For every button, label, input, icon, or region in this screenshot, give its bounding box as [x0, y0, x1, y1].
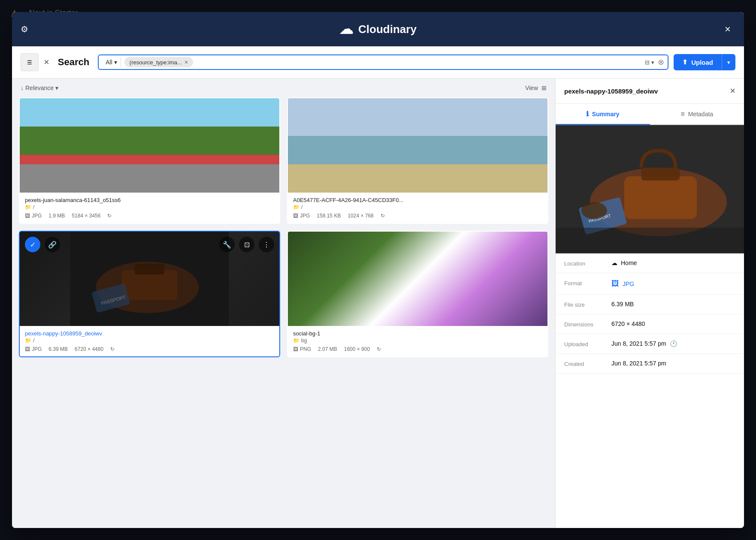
detail-close-button[interactable]: ×	[730, 85, 735, 97]
image-grid-panel[interactable]: ↓ Relevance ▾ View ⊞ pexels-juan-s	[12, 78, 555, 528]
card-left-actions: ✓ 🔗	[25, 237, 60, 252]
all-dropdown[interactable]: All ▾	[102, 57, 121, 67]
detail-preview-svg: PASSPORT	[556, 125, 744, 253]
wrench-icon: 🔧	[223, 241, 231, 249]
dimensions-value: 6720 × 4480	[611, 320, 735, 327]
sort-relevance-label: Relevance	[25, 84, 54, 91]
upload-dropdown-button[interactable]: ▾	[722, 54, 735, 70]
refresh-icon: ↻	[377, 346, 381, 352]
link-icon: 🔗	[48, 241, 57, 249]
view-toggle[interactable]: View ⊞	[525, 84, 547, 91]
image-icon: 🖼	[293, 213, 298, 219]
card-right-actions: 🔧 ⊡ ⋮	[219, 237, 274, 252]
uploaded-value: Jun 8, 2021 5:57 pm 🕐	[611, 340, 735, 347]
sort-button[interactable]: ↓ Relevance ▾	[21, 84, 58, 91]
dimensions: 6720 × 4480	[75, 346, 103, 352]
type-label: JPG	[32, 213, 42, 219]
location-text: Home	[621, 259, 637, 266]
detail-location-row: Location ☁ Home	[556, 253, 744, 273]
tab-metadata[interactable]: ≡ Metadata	[650, 104, 744, 125]
sort-dropdown-icon: ▾	[55, 84, 58, 91]
tag-close-button[interactable]: ×	[184, 59, 188, 66]
filter-arrow-icon: ▾	[651, 59, 654, 66]
search-tag-text: (resource_type:ima...	[130, 59, 182, 66]
card-folder: 📁 /	[25, 338, 274, 344]
image-card[interactable]: social-bg-1 📁 bg 🖼 PNG 2.07 MB 1600 × 90…	[287, 231, 548, 357]
hamburger-button[interactable]: ☰	[21, 53, 39, 71]
card-meta: 🖼 JPG 6.39 MB 6720 × 4480 ↻	[25, 346, 274, 352]
folder-path: /	[301, 204, 302, 210]
search-label: Search	[54, 57, 93, 68]
refresh-icon: ↻	[110, 346, 115, 352]
card-folder: 📁 bg	[293, 338, 542, 344]
metadata-tab-icon: ≡	[680, 110, 684, 118]
card-selected-overlay: ✓ 🔗 🔧 ⊡	[20, 232, 279, 326]
card-type: 🖼 JPG	[25, 213, 42, 219]
card-more-button[interactable]: ⋮	[259, 237, 274, 252]
card-wrench-button[interactable]: 🔧	[219, 237, 235, 252]
file-size: 6.39 MB	[48, 346, 68, 352]
dimensions: 1024 × 768	[348, 213, 373, 219]
card-thumbnail	[288, 232, 547, 326]
card-check-button[interactable]: ✓	[25, 237, 40, 252]
more-icon: ⋮	[263, 241, 270, 249]
crop-icon: ⊡	[244, 241, 250, 249]
card-info: A0E5477E-ACFF-4A26-941A-C45CD33F0... 📁 /…	[288, 193, 547, 223]
clear-search-button[interactable]: ⊗	[658, 57, 664, 67]
svg-rect-8	[624, 176, 697, 219]
brand-logo: ☁ Cloudinary	[339, 21, 417, 37]
detail-created-row: Created Jun 8, 2021 5:57 pm	[556, 354, 744, 374]
type-label: PNG	[300, 346, 311, 352]
search-input-wrapper: All ▾ (resource_type:ima... × ⊟ ▾ ⊗	[98, 54, 668, 70]
format-file-icon: 🖼	[611, 279, 619, 288]
content-area: ↓ Relevance ▾ View ⊞ pexels-juan-s	[12, 78, 744, 528]
detail-image-preview: PASSPORT	[556, 125, 744, 253]
cloudinary-modal: ⚙ ☁ Cloudinary × ☰ × Search All ▾ (resou…	[12, 12, 744, 528]
image-icon: 🖼	[293, 346, 298, 352]
card-name: A0E5477E-ACFF-4A26-941A-C45CD33F0...	[293, 197, 542, 203]
upload-label: Upload	[691, 59, 713, 66]
upload-button[interactable]: ⬆ Upload	[674, 54, 722, 70]
upload-group: ⬆ Upload ▾	[674, 54, 735, 70]
dropdown-arrow-icon: ▾	[114, 59, 117, 66]
filesize-value: 6.39 MB	[611, 301, 735, 308]
tab-summary[interactable]: ℹ Summary	[556, 104, 650, 125]
card-folder: 📁 /	[25, 204, 274, 210]
folder-icon: 📁	[25, 204, 31, 210]
metadata-tab-label: Metadata	[688, 111, 713, 118]
image-card[interactable]: pexels-juan-salamanca-61143_o51ss6 📁 / 🖼…	[19, 97, 280, 224]
card-thumb-wrapper	[288, 232, 547, 326]
summary-tab-icon: ℹ	[586, 110, 589, 118]
image-card[interactable]: A0E5477E-ACFF-4A26-941A-C45CD33F0... 📁 /…	[287, 97, 548, 224]
card-thumb-wrapper	[20, 98, 279, 193]
folder-icon: 📁	[293, 338, 299, 344]
folder-icon: 📁	[25, 338, 31, 344]
image-icon: 🖼	[25, 213, 30, 219]
all-label: All	[106, 59, 112, 66]
folder-path: /	[33, 338, 34, 344]
detail-format-row: Format 🖼 JPG	[556, 273, 744, 295]
svg-point-13	[581, 202, 607, 219]
location-value: ☁ Home	[611, 259, 735, 266]
location-label: Location	[564, 259, 611, 267]
search-dismiss-button[interactable]: ×	[44, 57, 49, 68]
grid-view-icon: ⊞	[541, 84, 547, 91]
clear-icon: ⊗	[658, 58, 664, 66]
filter-button[interactable]: ⊟ ▾	[645, 59, 654, 66]
type-label: JPG	[300, 213, 310, 219]
card-info: social-bg-1 📁 bg 🖼 PNG 2.07 MB 1600 × 90…	[288, 326, 547, 356]
detail-tabs: ℹ Summary ≡ Metadata	[556, 104, 744, 125]
card-link-button[interactable]: 🔗	[45, 237, 60, 252]
card-crop-button[interactable]: ⊡	[239, 237, 254, 252]
sort-arrow-icon: ↓	[21, 84, 24, 91]
search-input[interactable]	[197, 59, 641, 66]
modal-header: ⚙ ☁ Cloudinary ×	[12, 12, 744, 46]
clock-icon: 🕐	[670, 340, 677, 347]
settings-button[interactable]: ⚙	[21, 24, 28, 34]
card-name: pexels-nappy-1058959_deoiwv	[25, 330, 274, 337]
image-card-selected[interactable]: PASSPORT ✓ 🔗	[19, 231, 280, 357]
search-tag: (resource_type:ima... ×	[124, 57, 193, 67]
check-icon: ✓	[30, 241, 36, 249]
file-size: 158.15 KB	[317, 213, 341, 219]
modal-close-button[interactable]: ×	[720, 21, 735, 37]
